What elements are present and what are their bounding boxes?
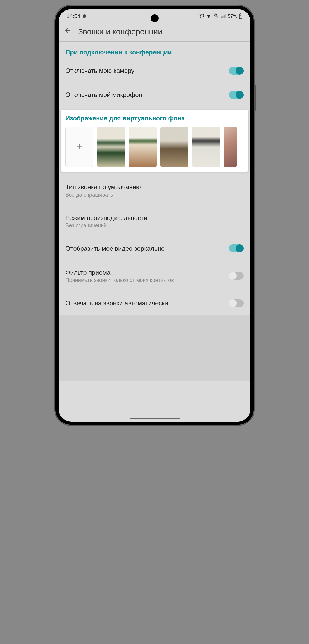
setting-label: Режим производительности (65, 214, 244, 222)
svg-rect-3 (224, 15, 225, 18)
home-indicator[interactable] (130, 418, 180, 419)
setting-sub: Без ограничений (65, 222, 244, 228)
phone-frame: 14:54 VoLTE 57% Звонки и конференции При… (55, 5, 254, 425)
status-left: 14:54 (66, 13, 86, 19)
card-title: Изображение для виртуального фона (65, 115, 248, 122)
setting-sub: Всегда спрашивать (65, 192, 244, 198)
setting-default-call[interactable]: Тип звонка по умолчанию Всегда спрашиват… (59, 175, 250, 206)
setting-label: Отвечать на звонки автоматически (65, 299, 229, 307)
status-time: 14:54 (66, 13, 80, 19)
battery-text: 57% (228, 13, 237, 19)
bg-thumb-3[interactable] (160, 127, 188, 167)
svg-rect-2 (223, 16, 224, 18)
bg-thumbs-row[interactable]: + (65, 127, 248, 167)
setting-label: Отключать мой микрофон (65, 91, 229, 99)
page-title: Звонки и конференции (78, 27, 162, 36)
toggle-camera-off[interactable] (229, 67, 244, 75)
signal-icon (221, 13, 226, 19)
volte-icon: VoLTE (213, 13, 219, 19)
virtual-bg-card: Изображение для виртуального фона + (61, 110, 248, 172)
setting-filter[interactable]: Фильтр приема Принимать звонки только от… (59, 260, 250, 291)
svg-rect-6 (240, 13, 241, 14)
wifi-icon (206, 13, 211, 19)
phone-screen: 14:54 VoLTE 57% Звонки и конференции При… (59, 9, 250, 422)
toggle-mic-off[interactable] (229, 91, 244, 99)
dnd-icon (83, 14, 86, 18)
empty-area (59, 315, 250, 381)
setting-label: Отобразить мое видео зеркально (65, 244, 229, 253)
bg-thumb-4[interactable] (192, 127, 220, 167)
setting-mic-off[interactable]: Отключать мой микрофон (59, 83, 250, 107)
setting-mirror[interactable]: Отобразить мое видео зеркально (59, 236, 250, 260)
svg-rect-1 (221, 17, 222, 18)
setting-auto-answer[interactable]: Отвечать на звонки автоматически (59, 291, 250, 315)
setting-sub: Принимать звонки только от моих контакто… (65, 277, 229, 283)
add-bg-button[interactable]: + (65, 127, 93, 167)
bg-thumb-5[interactable] (224, 127, 237, 167)
setting-performance[interactable]: Режим производительности Без ограничений (59, 206, 250, 236)
toggle-auto-answer[interactable] (229, 299, 244, 307)
setting-camera-off[interactable]: Отключать мою камеру (59, 59, 250, 83)
battery-icon (239, 13, 243, 19)
alarm-icon (199, 13, 205, 19)
bg-thumb-2[interactable] (129, 127, 157, 167)
svg-rect-4 (225, 14, 226, 18)
toggle-mirror[interactable] (229, 244, 244, 252)
status-right: VoLTE 57% (199, 13, 243, 19)
camera-notch (151, 14, 159, 22)
toggle-filter[interactable] (229, 272, 244, 280)
bg-thumb-1[interactable] (97, 127, 125, 167)
setting-label: Тип звонка по умолчанию (65, 183, 244, 191)
setting-label: Фильтр приема (65, 268, 229, 277)
section-header-connection: При подключении к конференции (59, 42, 250, 59)
plus-icon: + (77, 141, 82, 152)
back-button[interactable] (64, 27, 71, 36)
setting-label: Отключать мою камеру (65, 67, 229, 75)
side-button (254, 85, 256, 111)
app-header: Звонки и конференции (59, 21, 250, 41)
